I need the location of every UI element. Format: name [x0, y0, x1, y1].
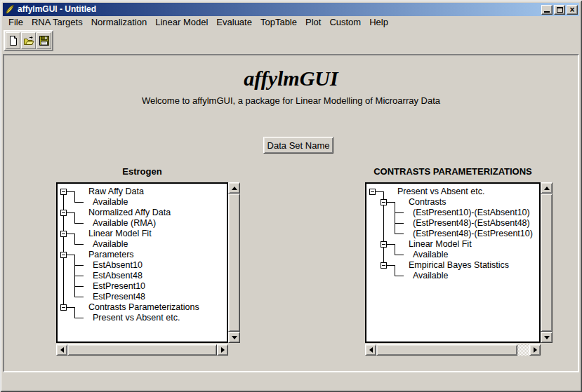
menu-help[interactable]: Help [365, 16, 392, 29]
tree-node-label[interactable]: (EstPresent48)-(EstAbsent48) [413, 218, 530, 229]
menu-custom[interactable]: Custom [325, 16, 365, 29]
tree-node-label[interactable]: EstPresent48 [93, 292, 145, 302]
close-icon: × [569, 6, 574, 13]
tree-connector-line [63, 195, 64, 210]
app-title: affylmGUI [4, 66, 578, 91]
menu-plot[interactable]: Plot [301, 16, 325, 29]
menu-toptable[interactable]: TopTable [256, 16, 301, 29]
scrollbar-thumb[interactable] [67, 344, 217, 356]
tree-expand-box[interactable] [381, 262, 387, 269]
down-arrow-icon [544, 336, 550, 339]
tree-connector-line [395, 234, 404, 234]
data-set-name-button[interactable]: Data Set Name [263, 137, 333, 154]
title-bar: affylmGUI - Untitled × [3, 3, 579, 16]
tree-expand-box[interactable] [60, 252, 67, 258]
save-button[interactable] [37, 32, 51, 49]
tree-connector-line [74, 191, 75, 203]
tree-node-label[interactable]: Contrasts [409, 197, 447, 208]
tree-node-label[interactable]: EstAbsent48 [93, 271, 143, 281]
tree-expand-box[interactable] [60, 189, 67, 195]
right-arrow-icon [534, 347, 537, 353]
left-arrow-icon [60, 347, 64, 353]
left-tree-horizontal-scrollbar[interactable] [56, 344, 228, 356]
scrollbar-thumb[interactable] [228, 194, 240, 332]
tree-node-label[interactable]: Available [93, 197, 128, 208]
right-tree-vertical-scrollbar[interactable] [541, 182, 553, 343]
tree-expand-box[interactable] [381, 241, 387, 248]
maximize-icon [557, 7, 563, 13]
tree-node-label[interactable]: (EstPresent10)-(EstAbsent10) [413, 208, 530, 218]
minimize-icon [544, 11, 550, 13]
scroll-right-button[interactable] [217, 344, 228, 356]
menu-bar: File RNA Targets Normalization Linear Mo… [3, 16, 579, 29]
tree-expand-box[interactable] [60, 210, 67, 216]
tree-connector-line [74, 244, 84, 245]
tree-node-label[interactable]: Available [413, 271, 449, 281]
close-button[interactable]: × [567, 5, 578, 15]
tree-node-label[interactable]: EstPresent10 [93, 281, 145, 292]
scrollbar-thumb[interactable] [541, 194, 553, 332]
tree-expand-box[interactable] [369, 189, 376, 195]
tree-connector-line [74, 202, 84, 203]
tree-expand-box[interactable] [381, 199, 387, 205]
tree-connector-line [74, 318, 84, 318]
up-arrow-icon [544, 187, 550, 190]
tree-connector-line [74, 212, 75, 224]
tree-node-label[interactable]: Available [93, 239, 128, 250]
menu-file[interactable]: File [4, 16, 27, 29]
open-folder-icon [23, 35, 34, 46]
scroll-down-button[interactable] [541, 332, 553, 343]
tree-connector-line [395, 276, 404, 276]
tree-node-label[interactable]: Present vs Absent etc. [93, 313, 180, 323]
minimize-button[interactable] [541, 5, 553, 15]
down-arrow-icon [232, 336, 237, 339]
tree-connector-line [395, 265, 395, 276]
tree-connector-line [74, 223, 84, 224]
right-tree-header: CONTRASTS PARAMETERIZATIONS [365, 166, 541, 177]
scroll-up-button[interactable] [541, 182, 553, 194]
scroll-left-button[interactable] [56, 344, 67, 356]
up-arrow-icon [232, 187, 237, 190]
tree-connector-line [395, 223, 404, 224]
new-button[interactable] [6, 32, 20, 49]
maximize-button[interactable] [554, 5, 565, 15]
tree-node-label[interactable]: EstAbsent10 [93, 260, 143, 271]
left-tree-vertical-scrollbar[interactable] [228, 182, 240, 343]
menu-rna-targets[interactable]: RNA Targets [27, 16, 87, 29]
scroll-left-button[interactable] [365, 344, 376, 356]
estrogen-tree[interactable]: Raw Affy DataAvailableNormalized Affy Da… [56, 182, 228, 343]
scroll-right-button[interactable] [529, 344, 541, 356]
new-document-icon [8, 35, 19, 46]
tree-node-label[interactable]: Present vs Absent etc. [397, 187, 484, 197]
window-title: affylmGUI - Untitled [18, 3, 541, 16]
menu-normalization[interactable]: Normalization [87, 16, 151, 29]
contrasts-tree[interactable]: Present vs Absent etc.Contrasts(EstPrese… [365, 182, 541, 343]
tree-node-label[interactable]: Linear Model Fit [409, 239, 472, 250]
right-tree-horizontal-scrollbar[interactable] [365, 344, 541, 356]
tree-connector-line [395, 255, 404, 255]
scroll-up-button[interactable] [228, 182, 240, 194]
save-icon [39, 35, 50, 46]
menu-evaluate[interactable]: Evaluate [212, 16, 256, 29]
tree-expand-box[interactable] [60, 231, 67, 237]
tree-connector-line [63, 216, 64, 231]
tree-connector-line [74, 286, 84, 287]
application-window: affylmGUI - Untitled × File RNA Targets … [0, 0, 582, 392]
open-button[interactable] [21, 32, 36, 49]
tree-node-label[interactable]: Contrasts Parameterizations [88, 302, 199, 313]
menu-linear-model[interactable]: Linear Model [151, 16, 212, 29]
tree-node-label[interactable]: (EstPresent48)-(EstPresent10) [413, 229, 533, 239]
tree-connector-line [395, 202, 395, 234]
tree-node-label[interactable]: Raw Affy Data [88, 187, 144, 197]
tree-connector-line [74, 276, 84, 276]
welcome-text: Welcome to affylmGUI, a package for Line… [4, 95, 578, 107]
tree-node-label[interactable]: Available [413, 250, 449, 260]
tree-node-label[interactable]: Empirical Bayes Statistics [409, 260, 509, 271]
scrollbar-thumb[interactable] [376, 344, 517, 356]
tree-node-label[interactable]: Parameters [88, 250, 134, 260]
tree-expand-box[interactable] [60, 304, 67, 311]
scroll-down-button[interactable] [228, 332, 240, 343]
tree-node-label[interactable]: Normalized Affy Data [88, 208, 171, 218]
tree-node-label[interactable]: Linear Model Fit [88, 229, 152, 239]
tree-node-label[interactable]: Available (RMA) [93, 218, 156, 229]
